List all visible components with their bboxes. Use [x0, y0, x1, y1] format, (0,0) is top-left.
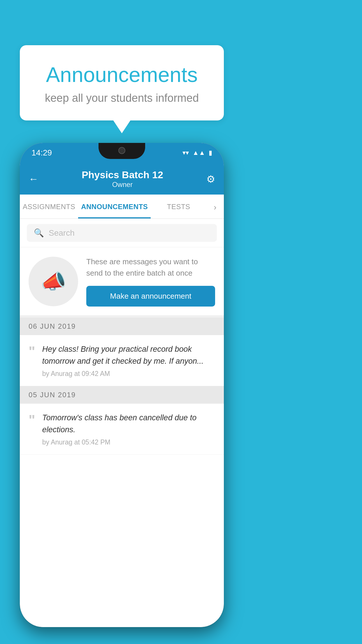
- search-placeholder: Search: [49, 228, 75, 238]
- speech-bubble-wrapper: Announcements keep all your students inf…: [20, 45, 224, 120]
- speech-bubble: Announcements keep all your students inf…: [20, 45, 224, 120]
- owner-label: Owner: [38, 181, 206, 189]
- tabs-bar: ASSIGNMENTS ANNOUNCEMENTS TESTS ›: [20, 195, 224, 219]
- status-icons: ▾▾ ▲▲ ▮: [182, 149, 212, 157]
- status-time: 14:29: [31, 148, 52, 158]
- tab-announcements[interactable]: ANNOUNCEMENTS: [78, 195, 151, 218]
- batch-name: Physics Batch 12: [38, 169, 206, 181]
- search-bar: 🔍 Search: [20, 219, 224, 247]
- announcement-content-2: Tomorrow's class has been cancelled due …: [42, 412, 215, 446]
- date-divider-june6: 06 JUN 2019: [20, 318, 224, 335]
- cta-right: These are messages you want to send to t…: [86, 256, 215, 307]
- announcement-item-1[interactable]: " Hey class! Bring your practical record…: [20, 335, 224, 386]
- announcements-title: Announcements: [34, 63, 209, 87]
- megaphone-icon: 📣: [41, 270, 66, 293]
- notch: [99, 143, 145, 159]
- back-button[interactable]: ←: [29, 173, 38, 185]
- camera-notch: [118, 147, 125, 154]
- tab-tests[interactable]: TESTS: [151, 195, 206, 218]
- settings-icon[interactable]: ⚙: [206, 173, 215, 185]
- quote-icon-2: ": [29, 413, 35, 427]
- status-bar: 14:29 ▾▾ ▲▲ ▮: [20, 143, 224, 163]
- search-icon: 🔍: [34, 228, 44, 238]
- search-input-wrap[interactable]: 🔍 Search: [27, 224, 217, 242]
- phone-wrapper: 14:29 ▾▾ ▲▲ ▮ ← Physics Batch 12 Owner ⚙: [20, 143, 224, 633]
- wifi-icon: ▾▾: [182, 149, 189, 157]
- announcement-meta-1: by Anurag at 09:42 AM: [42, 370, 215, 378]
- phone-outer: 14:29 ▾▾ ▲▲ ▮ ← Physics Batch 12 Owner ⚙: [20, 143, 224, 627]
- date-divider-june5: 05 JUN 2019: [20, 386, 224, 404]
- announcement-text-2: Tomorrow's class has been cancelled due …: [42, 412, 215, 435]
- announcement-item-2[interactable]: " Tomorrow's class has been cancelled du…: [20, 404, 224, 455]
- make-announcement-button[interactable]: Make an announcement: [86, 286, 215, 307]
- announcement-meta-2: by Anurag at 05:42 PM: [42, 438, 215, 446]
- announcements-subtitle: keep all your students informed: [34, 92, 209, 104]
- tab-more[interactable]: ›: [206, 195, 224, 218]
- cta-description: These are messages you want to send to t…: [86, 256, 215, 279]
- phone-screen: 14:29 ▾▾ ▲▲ ▮ ← Physics Batch 12 Owner ⚙: [20, 143, 224, 627]
- quote-icon-1: ": [29, 344, 35, 358]
- megaphone-circle: 📣: [29, 257, 78, 306]
- tab-assignments[interactable]: ASSIGNMENTS: [20, 195, 78, 218]
- header-title: Physics Batch 12 Owner: [38, 169, 206, 189]
- app-header: ← Physics Batch 12 Owner ⚙: [20, 163, 224, 195]
- battery-icon: ▮: [209, 149, 212, 157]
- signal-icon: ▲▲: [192, 149, 205, 157]
- announcement-cta-section: 📣 These are messages you want to send to…: [20, 247, 224, 318]
- announcement-content-1: Hey class! Bring your practical record b…: [42, 343, 215, 378]
- announcement-text-1: Hey class! Bring your practical record b…: [42, 343, 215, 367]
